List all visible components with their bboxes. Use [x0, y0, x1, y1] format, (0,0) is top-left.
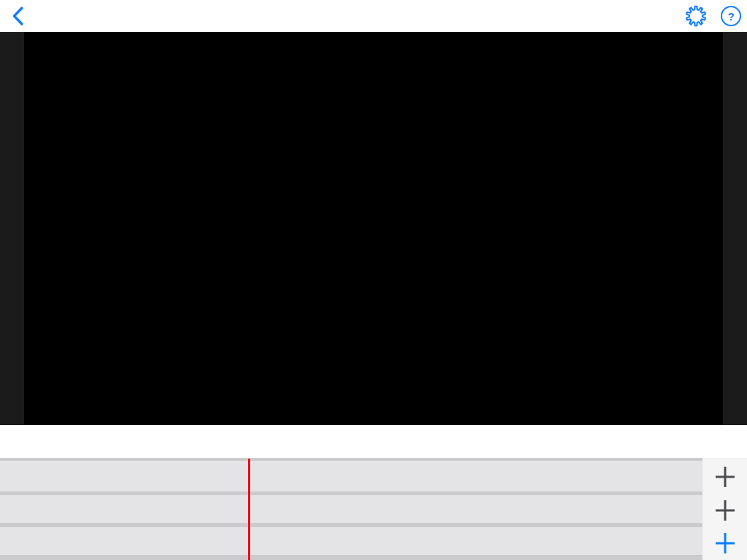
- add-frame-button-track-2[interactable]: [714, 499, 736, 521]
- timeline-track-3[interactable]: [0, 527, 703, 555]
- plus-icon: [714, 499, 736, 521]
- timeline-playhead[interactable]: [248, 459, 250, 560]
- top-navigation-bar: ?: [0, 0, 747, 32]
- timeline-track-2[interactable]: [0, 495, 703, 523]
- stage-background: [0, 32, 747, 425]
- add-frame-button-track-3[interactable]: [714, 532, 736, 554]
- timeline-track-1[interactable]: [0, 461, 703, 491]
- chevron-left-icon: [10, 6, 26, 26]
- settings-button[interactable]: [684, 4, 708, 28]
- back-button[interactable]: [7, 6, 29, 26]
- animation-canvas[interactable]: [24, 32, 723, 425]
- plus-icon: [714, 532, 736, 554]
- track-separator: [0, 555, 703, 560]
- gear-icon: [685, 5, 707, 27]
- timeline: [0, 458, 747, 560]
- timeline-tracks: [0, 458, 703, 560]
- question-mark-icon: ?: [721, 6, 741, 26]
- plus-icon: [714, 466, 736, 488]
- add-frame-panel: [703, 458, 747, 560]
- playback-toolbar: 0 00/30ths seconds Save VIDEO IMAGE: [0, 425, 747, 458]
- add-frame-button-track-1[interactable]: [714, 466, 736, 488]
- help-button[interactable]: ?: [719, 4, 743, 28]
